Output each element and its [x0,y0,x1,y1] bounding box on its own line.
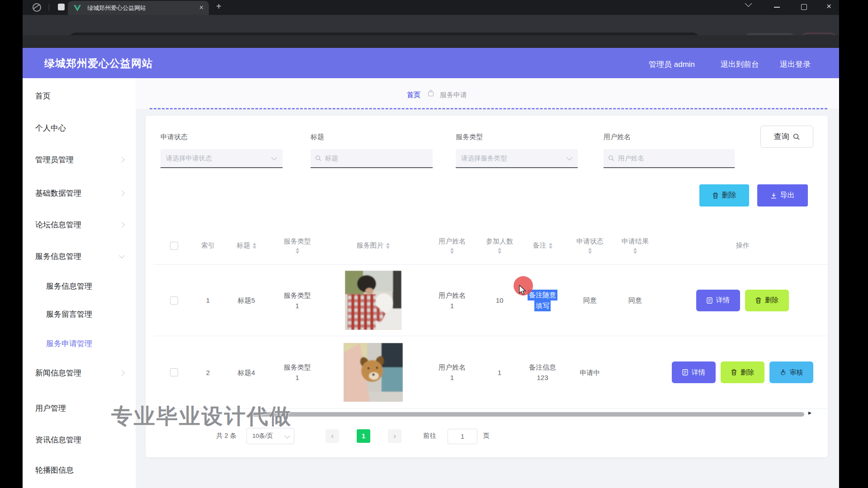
sort-caret-icon[interactable] [633,248,637,254]
browser-tab[interactable]: 绿城郑州爱心公益网站 × [68,1,209,15]
sort-caret-icon[interactable] [549,243,552,249]
sort-caret-icon[interactable] [588,248,592,254]
sidebar-item-basic-data-mgmt[interactable]: 基础数据管理 [35,188,81,198]
mouse-cursor-icon [519,285,528,295]
cell-apply-result: 同意 [613,295,658,305]
window-menu-chevron-icon[interactable] [745,0,752,7]
chevron-right-icon [119,157,125,163]
export-button[interactable]: 导出 [757,184,808,206]
tab-divider [49,4,49,11]
sidebar-item-news-mgmt[interactable]: 新闻信息管理 [35,367,81,378]
current-page-button[interactable]: 1 [357,429,370,443]
cell-service-image [323,343,423,402]
delete-button[interactable]: 删除 [745,290,789,311]
breadcrumb-separator-icon [428,92,434,96]
chevron-right-icon [119,370,125,376]
trash-icon [755,297,761,304]
site-title: 绿城郑州爱心公益网站 [44,56,153,70]
logout-link[interactable]: 退出登录 [780,59,811,70]
pinned-tab-icon[interactable] [58,4,65,10]
user-name-input[interactable]: 用户姓名 [604,149,735,168]
document-icon [682,369,688,375]
trash-icon [712,192,718,199]
exit-to-front-link[interactable]: 退出到前台 [721,59,759,70]
sort-caret-icon[interactable] [386,243,390,249]
cell-participants: 1 [481,367,518,378]
column-header-service-type[interactable]: 服务类型 [271,237,323,254]
cell-participants: 10 [481,295,518,305]
filter-title: 标题 标题 [311,133,433,168]
letterbox-left [0,0,23,488]
column-header-participants[interactable]: 参加人数 [481,237,518,254]
sort-caret-icon[interactable] [253,243,256,249]
title-input[interactable]: 标题 [311,149,433,168]
search-button[interactable]: 查询 [760,126,813,148]
next-page-button[interactable]: › [388,429,401,443]
sort-caret-icon[interactable] [498,248,501,254]
sidebar-item-home[interactable]: 首页 [35,90,51,101]
service-type-select[interactable]: 请选择服务类型 [456,149,578,168]
table-header-row: 索引 标题 服务类型 服务图片 用户姓名 参加人数 备注 申请状态 申请结果 操… [154,227,827,265]
sort-caret-icon[interactable] [450,248,454,254]
cell-apply-status: 同意 [567,295,613,305]
column-header-title[interactable]: 标题 [222,241,271,250]
row-checkbox[interactable] [170,368,178,376]
goto-page-label: 前往 [423,432,436,440]
breadcrumb-current: 服务申请 [440,91,467,99]
chevron-down-icon [284,433,290,439]
browser-tab-bar: 绿城郑州爱心公益网站 × + × [0,0,868,15]
cell-user-name: 用户姓名1 [423,362,481,383]
cell-service-image [323,271,423,330]
sidebar-item-carousel[interactable]: 轮播图信息 [35,465,74,475]
detail-button[interactable]: 详情 [696,290,740,311]
prev-page-button[interactable]: ‹ [326,429,339,443]
breadcrumb-home-link[interactable]: 首页 [407,91,420,99]
column-header-service-image[interactable]: 服务图片 [323,241,423,250]
browser-globe-icon[interactable] [33,3,41,12]
tab-close-icon[interactable]: × [199,3,203,12]
horizontal-scrollbar-thumb[interactable] [252,412,804,417]
column-header-apply-status[interactable]: 申请状态 [567,237,613,254]
sidebar-item-service-apply-mgmt[interactable]: 服务申请管理 [46,338,92,349]
sidebar-item-service-message-mgmt[interactable]: 服务留言管理 [46,309,92,319]
column-header-user-name[interactable]: 用户姓名 [423,237,481,254]
sidebar-item-user-mgmt[interactable]: 用户管理 [35,403,66,413]
search-icon [608,155,614,161]
sidebar-item-service-info-mgmt-group[interactable]: 服务信息管理 [35,251,81,262]
delete-button[interactable]: 删除 [721,361,764,383]
cell-remark: 备注信息123 [518,362,567,383]
window-maximize-button[interactable] [801,4,807,10]
apply-status-select[interactable]: 请选择申请状态 [160,149,283,168]
sidebar-item-admin-mgmt[interactable]: 管理员管理 [35,154,74,165]
column-header-apply-result[interactable]: 申请结果 [613,237,658,254]
detail-button[interactable]: 详情 [672,361,716,383]
new-tab-button[interactable]: + [216,1,222,12]
cell-service-type: 服务类型1 [271,290,323,311]
column-header-remark[interactable]: 备注 [518,241,567,250]
cell-service-type: 服务类型1 [271,362,323,383]
sort-caret-icon[interactable] [296,248,299,254]
scroll-right-arrow-icon[interactable]: ▸ [808,409,811,416]
sidebar-item-service-info-mgmt[interactable]: 服务信息管理 [46,281,92,291]
row-checkbox[interactable] [170,296,178,305]
sidebar-item-info-mgmt[interactable]: 资讯信息管理 [35,434,81,445]
sidebar-item-personal-center[interactable]: 个人中心 [35,122,66,133]
filter-service-type: 服务类型 请选择服务类型 [456,133,578,168]
cell-index: 1 [194,295,222,305]
sidebar-item-forum-mgmt[interactable]: 论坛信息管理 [35,219,81,230]
window-minimize-button[interactable] [774,7,780,8]
bookmarks-bar: 资料 常用 其他书签 [0,35,868,48]
select-all-checkbox[interactable] [170,242,178,250]
bulk-delete-button[interactable]: 删除 [699,184,749,206]
chevron-down-icon [566,155,572,160]
column-header-actions: 操作 [658,241,827,250]
goto-page-input[interactable] [448,429,477,444]
table-row: 2 标题4 服务类型1 [154,336,827,409]
hand-icon [780,369,786,375]
data-table: 索引 标题 服务类型 服务图片 用户姓名 参加人数 备注 申请状态 申请结果 操… [154,227,827,409]
browser-toolbar: ← → ↻ i localhost:8081/#/fuwuxinxiOrder … [0,15,868,35]
review-button[interactable]: 审核 [769,361,813,383]
cell-user-name: 用户姓名1 [423,290,481,311]
window-close-button[interactable]: × [826,1,831,11]
tab-title: 绿城郑州爱心公益网站 [87,4,146,12]
